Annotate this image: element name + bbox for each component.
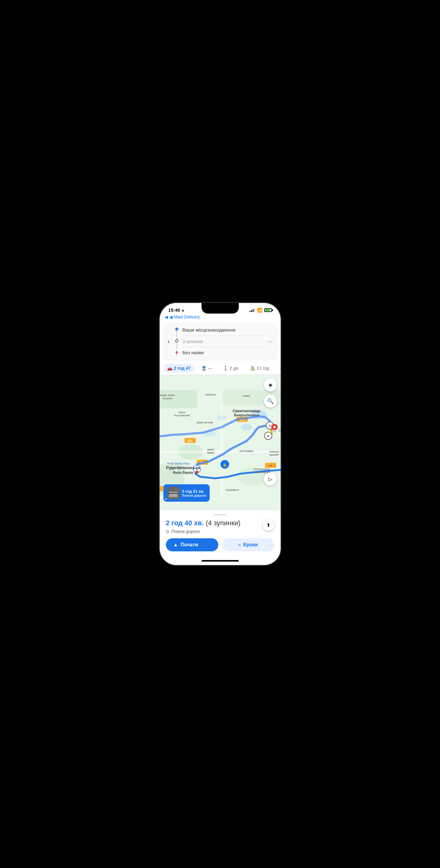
route-separator-1 [182,336,264,336]
eta-toll: Платні дороги [182,494,206,497]
bike-duration: 11 год [257,366,269,371]
compass-icon: ▷ [269,476,272,482]
share-icon: ⬆ [266,522,270,528]
route-icons-col: 📍 [174,327,179,356]
search-button[interactable]: 🔍 [264,395,277,408]
duration-text: 2 год 40 хв. [166,519,204,527]
origin-dot-icon [175,328,178,331]
compass-button[interactable]: ▷ [264,472,277,486]
back-button[interactable]: ‹ [168,327,170,356]
svg-text:Ruda Śląska Plaza: Ruda Śląska Plaza [167,461,190,465]
tab-bike[interactable]: 🚴 11 год [246,364,273,373]
origin-input[interactable]: Ваше місцезнаходження [182,327,264,333]
svg-text:LIPINY: LIPINY [242,394,250,397]
drag-handle [214,514,226,515]
svg-text:BATORY: BATORY [269,453,279,456]
status-icons: 📶 [249,308,272,313]
svg-text:KOCHŁOWICE,: KOCHŁOWICE, [253,468,270,470]
route-separator-2 [182,347,264,347]
route-line-bottom [176,342,177,351]
transit-icon: 🚆 [201,366,206,371]
svg-point-24 [195,470,198,473]
phone-frame: 15:40 ▲ 📶 ◀ ◀ Maxi Delivery [160,303,281,565]
svg-text:BYKOWINA: BYKOWINA [239,450,253,452]
svg-text:RUDA: RUDA [179,411,185,413]
destination-input[interactable]: Без назви [182,349,264,356]
tab-transit[interactable]: 🚆 — [198,364,216,373]
toll-icon: ⊙ [166,529,170,534]
waypoint-input[interactable]: 3 зупинки [182,338,264,345]
svg-rect-59 [167,493,179,494]
route-line-top [176,331,177,339]
back-to-app-button[interactable]: ◀ ◀ Maxi Delivery [165,314,276,319]
navigate-icon: ▲ [173,542,178,548]
layers-icon: ◈ [269,382,272,388]
app-name-label: ◀ Maxi Delivery [169,314,200,319]
svg-text:Ci: Ci [278,429,281,432]
map-container[interactable]: 925 925 925 902 90 [160,375,281,511]
steps-button[interactable]: ≡ Кроки [222,538,274,551]
status-time: 15:40 ▲ [168,307,185,313]
action-buttons: ▲ Почати ≡ Кроки [166,538,274,551]
route-inputs-col: Ваше місцезнаходження 3 зупинки Без назв… [182,327,264,356]
svg-text:925: 925 [188,439,192,442]
steps-icon: ≡ [238,542,241,547]
tab-car[interactable]: 🚗 2 год 47 [163,364,195,373]
car-duration: 2 год 47 [174,366,191,371]
route-input-card: ‹ 📍 Ваше місцезнаходження 3 зупинки Без … [163,323,277,360]
svg-point-30 [273,426,276,428]
walk-icon: 🚶 [223,366,228,371]
home-indicator[interactable] [160,556,281,565]
svg-text:Свентохловіце: Свентохловіце [233,408,260,413]
toll-info-row: ⊙ Платні дороги [166,529,241,534]
start-navigation-button[interactable]: ▲ Почати [166,538,218,551]
start-btn-label: Почати [180,542,198,548]
svg-text:🔒: 🔒 [223,462,227,467]
route-summary: 2 год 40 хв. (4 зупинки) ⊙ Платні дороги [166,519,241,538]
bike-icon: 🚴 [250,366,255,371]
walk-duration: 2 дн. [230,366,239,371]
share-button[interactable]: ⬆ [263,519,274,531]
bottom-panel: 2 год 40 хв. (4 зупинки) ⊙ Платні дороги… [160,510,281,556]
tab-walk[interactable]: 🚶 2 дн. [219,364,243,373]
eta-thumbnail: ↻ [167,487,179,499]
svg-text:BIPEK: BIPEK [207,448,214,451]
battery-icon [264,308,272,312]
svg-text:GODULA: GODULA [205,393,216,396]
flight-icon: ✈ [280,366,281,371]
toll-label: Платні дороги [171,529,200,534]
svg-point-29 [273,431,276,432]
waypoint-circle-icon [175,339,178,342]
back-arrow-icon: ◀ [165,314,168,319]
home-bar [202,560,239,562]
eta-time: 3 год 21 хв. [182,489,206,494]
svg-text:WIREK: WIREK [207,451,215,454]
signal-bar-2 [251,310,252,312]
layers-button[interactable]: ◈ [264,378,277,392]
phone-screen: 15:40 ▲ 📶 ◀ ◀ Maxi Delivery [160,303,281,565]
steps-btn-label: Кроки [243,542,258,548]
location-arrow-icon: ▲ [181,308,185,312]
eta-popup[interactable]: ↻ 3 год 21 хв. Платні дороги [163,484,210,502]
route-more-button[interactable]: ··· [267,338,273,345]
svg-point-2 [241,424,252,430]
more-icon: ··· [267,338,273,345]
svg-text:RUDA, RUDA: RUDA, RUDA [160,394,175,397]
svg-text:POŁUDNIOWA: POŁUDNIOWA [174,414,190,416]
svg-text:Торговий центр: Торговий центр [170,466,187,468]
tab-flight[interactable]: ✈ — [276,364,281,373]
route-input-box: ‹ 📍 Ваше місцезнаходження 3 зупинки Без … [160,321,281,362]
stops-text: (4 зупинки) [206,519,241,527]
svg-text:B: B [267,434,269,437]
app-back-nav: ◀ ◀ Maxi Delivery [160,314,281,321]
svg-text:ŚLĄSKA: ŚLĄSKA [163,397,172,400]
svg-text:C: C [269,424,271,427]
route-duration: 2 год 40 хв. (4 зупинки) [166,519,241,527]
notch [202,303,239,314]
svg-text:KŁODNICA: KŁODNICA [226,488,239,491]
battery-fill [265,309,270,311]
transport-tabs: 🚗 2 год 47 🚆 — 🚶 2 дн. 🚴 11 год ✈ — [160,362,281,375]
time-display: 15:40 [168,307,180,313]
svg-text:90: 90 [269,464,272,467]
svg-text:NOWY BYTOM: NOWY BYTOM [196,421,212,424]
